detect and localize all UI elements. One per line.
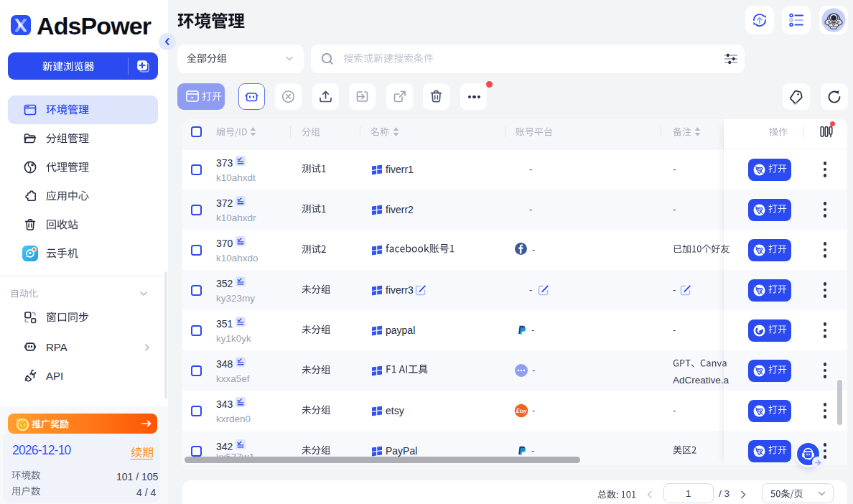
svg-text:Etsy: Etsy	[515, 407, 526, 414]
